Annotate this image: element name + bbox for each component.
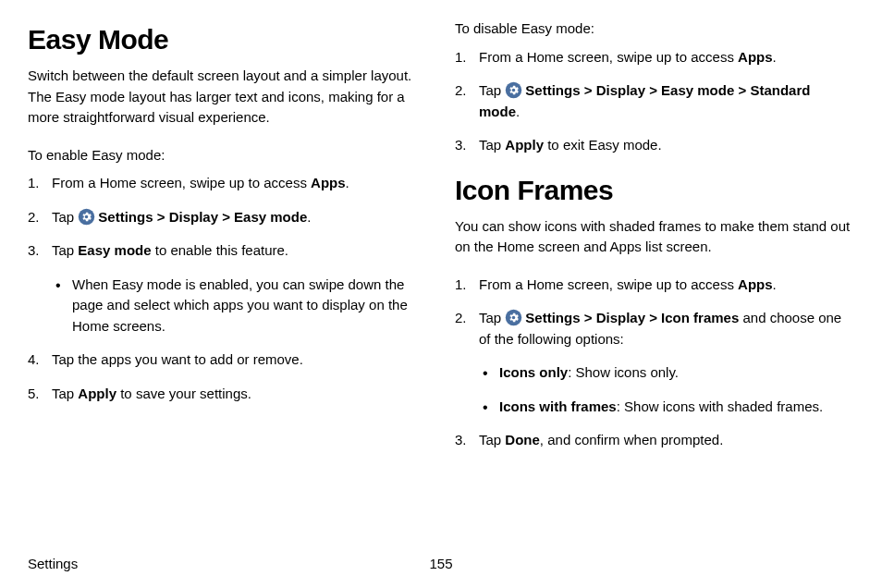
text: Tap [479,137,505,153]
bold-text: Apps [738,276,773,292]
bold-text: Done [505,432,540,447]
text: Tap [479,82,505,98]
text: , and confirm when prompted. [540,432,723,447]
list-item: Tap Apply to save your settings. [28,384,427,405]
list-item: Tap Settings > Display > Easy mode > Sta… [455,80,854,122]
footer-section-label: Settings [28,554,78,575]
enable-lead: To enable Easy mode: [28,145,427,166]
list-item: Icons only: Show icons only. [479,362,854,384]
bold-text: Icons with frames [499,398,617,414]
text: to exit Easy mode. [544,137,662,153]
bold-text: Easy mode [78,242,151,258]
text: Tap [52,242,78,258]
page-number: 155 [429,554,452,575]
page-footer: Settings 155 [28,554,854,575]
text: From a Home screen, swipe up to access [479,49,738,65]
list-item: Tap Done, and confirm when prompted. [455,430,854,451]
bold-text: Apply [505,137,544,153]
text: From a Home screen, swipe up to access [479,276,738,292]
text: . [773,276,777,292]
list-item: When Easy mode is enabled, you can swipe… [52,275,427,337]
list-item: From a Home screen, swipe up to access A… [455,275,854,296]
icon-frames-steps: From a Home screen, swipe up to access A… [455,275,854,451]
text: From a Home screen, swipe up to access [52,175,311,190]
text: Tap [52,209,78,225]
text: Tap [479,310,505,325]
text: to enable this feature. [152,242,288,258]
list-item: From a Home screen, swipe up to access A… [455,47,854,68]
text: . [773,49,777,65]
icon-frames-intro: You can show icons with shaded frames to… [455,216,854,258]
heading-easy-mode: Easy Mode [28,18,427,60]
page-columns: Easy Mode Switch between the default scr… [28,18,854,464]
list-item: From a Home screen, swipe up to access A… [28,173,427,194]
left-column: Easy Mode Switch between the default scr… [28,18,427,464]
bold-text: Apps [311,175,346,190]
text: Tap [52,386,78,401]
list-item: Tap Settings > Display > Icon frames and… [455,308,854,417]
text: Tap [479,432,505,447]
right-column: To disable Easy mode: From a Home screen… [455,18,854,464]
list-item: Tap Easy mode to enable this feature. Wh… [28,240,427,337]
sub-list: When Easy mode is enabled, you can swipe… [52,275,427,337]
easy-mode-intro: Switch between the default screen layout… [28,66,427,129]
text: . [516,104,520,119]
bold-text: Settings > Display > Easy mode [98,209,307,225]
text: to save your settings. [116,386,251,401]
list-item: Tap the apps you want to add or remove. [28,349,427,371]
bold-text: Apps [738,49,773,65]
list-item: Tap Settings > Display > Easy mode. [28,207,427,228]
list-item: Tap Apply to exit Easy mode. [455,135,854,156]
settings-icon [78,208,95,226]
disable-lead: To disable Easy mode: [455,18,854,40]
text: : Show icons only. [568,364,679,380]
enable-steps: From a Home screen, swipe up to access A… [28,173,427,404]
list-item: Icons with frames: Show icons with shade… [479,397,854,418]
text: : Show icons with shaded frames. [617,398,823,414]
sub-list: Icons only: Show icons only. Icons with … [479,362,854,417]
heading-icon-frames: Icon Frames [455,169,854,211]
settings-icon [505,81,522,99]
disable-steps: From a Home screen, swipe up to access A… [455,47,854,156]
bold-text: Icons only [499,364,568,380]
settings-icon [505,309,522,326]
bold-text: Apply [78,386,116,401]
bold-text: Settings > Display > Easy mode > Standar… [479,82,810,119]
bold-text: Settings > Display > Icon frames [525,310,739,325]
text: . [346,175,349,190]
text: . [307,209,311,225]
